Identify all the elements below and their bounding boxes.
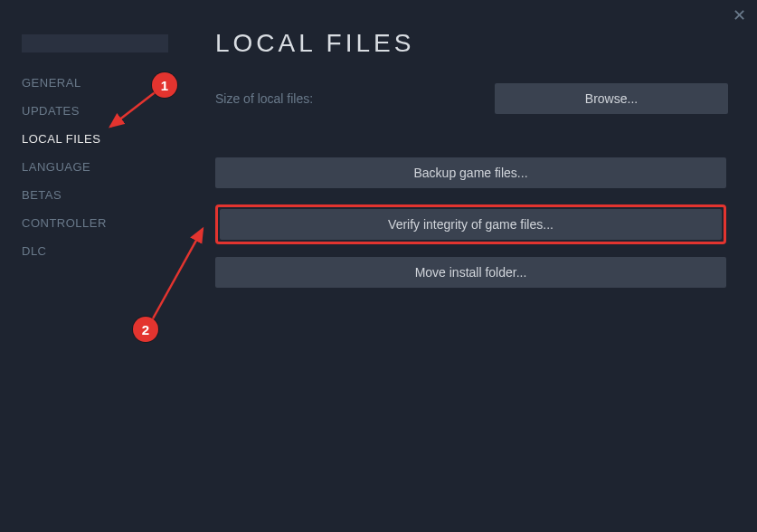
- sidebar-item-label: CONTROLLER: [22, 216, 107, 230]
- size-label: Size of local files:: [215, 91, 313, 106]
- sidebar-item-language[interactable]: LANGUAGE: [0, 153, 190, 181]
- sidebar-item-label: LOCAL FILES: [22, 132, 100, 146]
- sidebar-item-label: BETAS: [22, 188, 62, 202]
- sidebar-item-betas[interactable]: BETAS: [0, 181, 190, 209]
- sidebar-item-controller[interactable]: CONTROLLER: [0, 209, 190, 237]
- sidebar-item-dlc[interactable]: DLC: [0, 237, 190, 265]
- move-install-folder-button[interactable]: Move install folder...: [215, 257, 726, 288]
- verify-integrity-button[interactable]: Verify integrity of game files...: [220, 209, 722, 240]
- annotation-badge-1-label: 1: [161, 78, 168, 93]
- sidebar-item-updates[interactable]: UPDATES: [0, 97, 190, 125]
- action-button-stack: Backup game files... Verify integrity of…: [215, 157, 726, 288]
- sidebar-title-placeholder: [22, 34, 168, 52]
- verify-highlight-box: Verify integrity of game files...: [215, 204, 726, 244]
- browse-button-label: Browse...: [585, 91, 638, 106]
- sidebar-item-label: GENERAL: [22, 76, 81, 90]
- size-row: Size of local files: Browse...: [215, 83, 728, 114]
- sidebar-item-label: DLC: [22, 244, 47, 258]
- verify-button-label: Verify integrity of game files...: [388, 217, 554, 232]
- move-button-label: Move install folder...: [415, 265, 527, 280]
- backup-button-label: Backup game files...: [413, 166, 527, 180]
- sidebar-item-local-files[interactable]: LOCAL FILES: [0, 125, 190, 153]
- sidebar-item-label: LANGUAGE: [22, 160, 90, 174]
- annotation-badge-2-label: 2: [142, 322, 149, 337]
- main-panel: LOCAL FILES Size of local files: Browse.…: [190, 0, 757, 532]
- browse-button[interactable]: Browse...: [495, 83, 728, 114]
- backup-game-files-button[interactable]: Backup game files...: [215, 157, 726, 188]
- annotation-badge-2: 2: [133, 317, 158, 342]
- page-title: LOCAL FILES: [215, 29, 728, 58]
- annotation-badge-1: 1: [152, 72, 177, 98]
- properties-window: GENERAL UPDATES LOCAL FILES LANGUAGE BET…: [0, 0, 757, 532]
- close-icon[interactable]: ✕: [733, 7, 746, 24]
- sidebar-item-label: UPDATES: [22, 104, 80, 118]
